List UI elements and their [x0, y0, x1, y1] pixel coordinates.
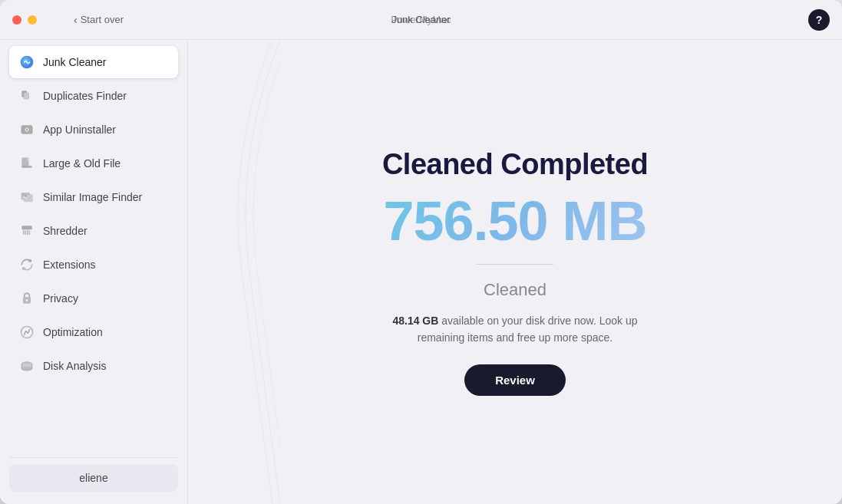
sidebar-item-large-old-file[interactable]: Large & Old File	[9, 147, 178, 180]
sidebar-item-disk-analysis[interactable]: Disk Analysis	[9, 350, 178, 382]
help-icon: ?	[816, 14, 823, 26]
sidebar-item-duplicates-label: Duplicates Finder	[43, 90, 127, 102]
divider	[477, 264, 553, 265]
sidebar-item-junk-cleaner[interactable]: Junk Cleaner	[9, 46, 178, 78]
disk-available: 48.14 GB	[392, 315, 438, 327]
sidebar-footer: eliene	[9, 457, 178, 498]
svg-point-23	[21, 367, 31, 371]
cleaned-label: Cleaned	[484, 280, 546, 300]
svg-rect-13	[23, 229, 25, 235]
svg-rect-12	[21, 226, 31, 229]
sidebar-item-extensions-label: Extensions	[43, 259, 95, 271]
sidebar-item-privacy[interactable]: Privacy	[9, 282, 178, 315]
sidebar-item-shredder-label: Shredder	[43, 225, 88, 237]
svg-point-20	[26, 299, 28, 301]
traffic-lights	[12, 15, 37, 25]
sidebar-item-similar-image-finder[interactable]: Similar Image Finder	[9, 181, 178, 213]
close-button[interactable]	[12, 15, 21, 25]
disk-info: 48.14 GB available on your disk drive no…	[385, 312, 646, 347]
privacy-icon	[18, 290, 35, 307]
review-button[interactable]: Review	[464, 364, 566, 396]
sidebar-item-optimization[interactable]: Optimization	[9, 316, 178, 348]
sidebar-item-duplicates-finder[interactable]: Duplicates Finder	[9, 80, 178, 112]
svg-rect-15	[27, 229, 28, 235]
sidebar-item-extensions[interactable]: Extensions	[9, 249, 178, 281]
main-layout: Junk Cleaner Duplicates Finder	[0, 40, 842, 504]
sidebar-item-privacy-label: Privacy	[43, 292, 78, 305]
sidebar-item-optimization-label: Optimization	[43, 326, 103, 338]
minimize-button[interactable]	[28, 15, 37, 25]
username-label: eliene	[79, 472, 107, 484]
decorative-bg	[188, 40, 280, 504]
app-window: PowerMyMac ‹ Start over Junk Cleaner ?	[0, 0, 842, 504]
title-bar: PowerMyMac ‹ Start over Junk Cleaner ?	[0, 0, 842, 40]
page-title: Junk Cleaner	[391, 14, 451, 25]
result-container: Cleaned Completed 756.50 MB Cleaned 48.1…	[382, 148, 648, 397]
junk-cleaner-icon	[18, 54, 35, 71]
svg-rect-14	[25, 230, 27, 235]
similar-image-finder-icon	[18, 189, 35, 206]
chevron-left-icon: ‹	[74, 14, 78, 26]
sidebar-item-shredder[interactable]: Shredder	[9, 215, 178, 247]
svg-point-18	[22, 267, 25, 270]
sidebar-item-similar-image-label: Similar Image Finder	[43, 191, 142, 203]
cleaned-amount: 756.50 MB	[383, 193, 646, 249]
content-area: Cleaned Completed 756.50 MB Cleaned 48.1…	[188, 40, 842, 504]
svg-rect-8	[21, 166, 31, 168]
help-button[interactable]: ?	[808, 9, 830, 31]
back-label: Start over	[81, 14, 124, 25]
sidebar-item-disk-analysis-label: Disk Analysis	[43, 360, 106, 372]
disk-analysis-icon	[18, 357, 35, 374]
cleaned-title: Cleaned Completed	[382, 148, 648, 181]
svg-point-17	[28, 259, 31, 262]
svg-rect-2	[24, 93, 29, 99]
sidebar-items: Junk Cleaner Duplicates Finder	[9, 46, 178, 451]
user-account[interactable]: eliene	[9, 464, 178, 492]
duplicates-finder-icon	[18, 87, 35, 104]
disk-info-text: available on your disk drive now. Look u…	[418, 315, 638, 344]
large-old-file-icon	[18, 155, 35, 172]
sidebar: Junk Cleaner Duplicates Finder	[0, 40, 188, 504]
sidebar-item-large-old-file-label: Large & Old File	[43, 157, 121, 170]
extensions-icon	[18, 256, 35, 273]
sidebar-item-app-uninstaller[interactable]: App Uninstaller	[9, 114, 178, 146]
app-uninstaller-icon	[18, 121, 35, 138]
sidebar-item-app-uninstaller-label: App Uninstaller	[43, 124, 116, 136]
sidebar-item-junk-cleaner-label: Junk Cleaner	[43, 56, 107, 68]
shredder-icon	[18, 222, 35, 239]
svg-rect-16	[29, 230, 31, 235]
back-button[interactable]: ‹ Start over	[74, 14, 124, 26]
optimization-icon	[18, 324, 35, 341]
